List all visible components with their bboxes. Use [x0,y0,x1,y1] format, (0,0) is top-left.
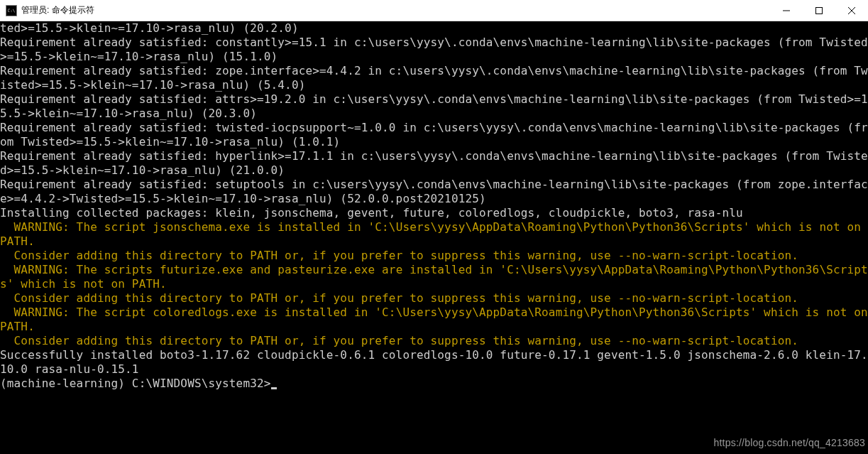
cmd-icon [6,5,17,16]
titlebar: 管理员: 命令提示符 [0,0,868,21]
terminal-line: WARNING: The scripts futurize.exe and pa… [0,263,868,291]
terminal-output[interactable]: ted>=15.5->klein~=17.10->rasa_nlu) (20.2… [0,21,868,454]
minimize-icon [783,7,790,14]
terminal-line: Requirement already satisfied: hyperlink… [0,149,868,178]
terminal-line: Requirement already satisfied: zope.inte… [0,64,868,92]
terminal-line: WARNING: The script coloredlogs.exe is i… [0,306,868,334]
prompt-line[interactable]: (machine-learning) C:\WINDOWS\system32> [0,377,868,391]
terminal-line: Requirement already satisfied: twisted-i… [0,121,868,149]
svg-rect-1 [816,7,823,13]
close-icon [848,7,855,14]
terminal-line: Consider adding this directory to PATH o… [0,249,868,263]
titlebar-controls [770,0,868,21]
watermark: https://blog.csdn.net/qq_4213683 [714,436,865,450]
terminal-line: Installing collected packages: klein, js… [0,206,868,220]
maximize-button[interactable] [803,0,835,21]
terminal-line: Successfully installed boto3-1.17.62 clo… [0,348,868,377]
terminal-line: Requirement already satisfied: setuptool… [0,178,868,206]
terminal-line: Requirement already satisfied: attrs>=19… [0,92,868,121]
maximize-icon [815,7,823,14]
minimize-button[interactable] [770,0,803,21]
titlebar-left: 管理员: 命令提示符 [0,4,94,16]
terminal-line: ted>=15.5->klein~=17.10->rasa_nlu) (20.2… [0,21,868,36]
terminal-line: WARNING: The script jsonschema.exe is in… [0,220,868,249]
terminal-line: Consider adding this directory to PATH o… [0,334,868,348]
cursor [271,387,277,389]
window-title: 管理员: 命令提示符 [21,4,94,16]
close-button[interactable] [835,0,868,21]
terminal-line: Requirement already satisfied: constantl… [0,36,868,64]
prompt-text: (machine-learning) C:\WINDOWS\system32> [0,377,271,390]
terminal-line: Consider adding this directory to PATH o… [0,291,868,306]
